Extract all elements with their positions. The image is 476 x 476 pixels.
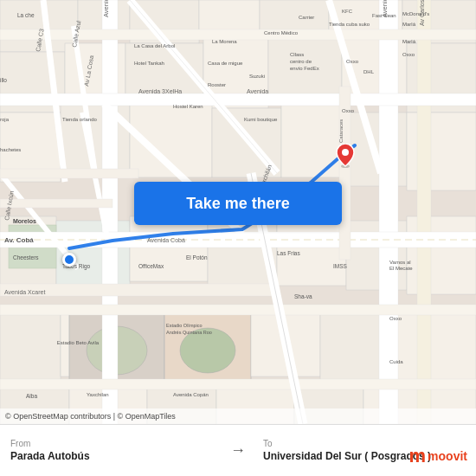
svg-text:Yaxchilan: Yaxchilan bbox=[87, 392, 109, 397]
svg-text:Avenida Xcaret: Avenida Xcaret bbox=[4, 289, 45, 295]
copyright-bar: © OpenStreetMap contributors | © OpenMap… bbox=[0, 408, 476, 424]
destination-pin bbox=[336, 144, 355, 168]
svg-text:Cataraces: Cataraces bbox=[338, 119, 344, 143]
svg-text:Hotel Tankah: Hotel Tankah bbox=[134, 61, 164, 66]
svg-text:Casa de migue: Casa de migue bbox=[208, 61, 243, 66]
from-label: From bbox=[10, 439, 213, 448]
svg-text:Alba: Alba bbox=[26, 393, 37, 399]
svg-text:Oxxo: Oxxo bbox=[389, 316, 402, 321]
svg-text:Rooster: Rooster bbox=[208, 82, 226, 87]
from-name: Parada Autobús bbox=[10, 450, 213, 462]
svg-text:KFC: KFC bbox=[342, 9, 353, 14]
svg-text:Carrier: Carrier bbox=[299, 15, 314, 20]
svg-rect-25 bbox=[130, 216, 208, 281]
svg-rect-54 bbox=[0, 379, 476, 389]
svg-text:Oxxo: Oxxo bbox=[346, 59, 359, 64]
svg-rect-30 bbox=[0, 312, 61, 381]
svg-text:Estadio Beto Avila: Estadio Beto Avila bbox=[57, 340, 100, 345]
svg-text:La Morena: La Morena bbox=[212, 39, 237, 44]
moovit-text: moovit bbox=[428, 449, 467, 463]
svg-text:roja: roja bbox=[0, 117, 10, 122]
svg-text:Tienda cuba suko: Tienda cuba suko bbox=[329, 22, 370, 27]
svg-text:OfficeMax: OfficeMax bbox=[138, 263, 164, 269]
svg-rect-53 bbox=[0, 305, 476, 315]
svg-text:Centro Médico: Centro Médico bbox=[264, 30, 299, 35]
copyright-text: © OpenStreetMap contributors | © OpenMap… bbox=[5, 412, 176, 421]
svg-text:Morelos: Morelos bbox=[13, 218, 36, 224]
svg-rect-37 bbox=[320, 312, 385, 381]
svg-point-129 bbox=[342, 149, 349, 156]
svg-text:envío FedEx: envío FedEx bbox=[290, 66, 319, 71]
svg-text:Kumi boutique: Kumi boutique bbox=[244, 117, 278, 122]
svg-text:Cuida: Cuida bbox=[389, 359, 403, 364]
svg-text:El Mecate: El Mecate bbox=[389, 266, 413, 271]
svg-text:Marlá: Marlá bbox=[402, 39, 416, 44]
svg-text:Cheesters: Cheesters bbox=[13, 254, 39, 261]
arrow-icon: → bbox=[230, 441, 246, 460]
svg-rect-65 bbox=[0, 169, 138, 178]
svg-text:Tienda orlando: Tienda orlando bbox=[62, 117, 97, 122]
svg-text:Avenida Palenque: Avenida Palenque bbox=[102, 0, 110, 17]
svg-text:La che: La che bbox=[17, 12, 35, 18]
moovit-logo: m moovit bbox=[409, 445, 467, 467]
svg-text:Suzuki: Suzuki bbox=[249, 74, 265, 79]
from-section: From Parada Autobús bbox=[0, 432, 223, 469]
svg-text:Estadio Olímpico: Estadio Olímpico bbox=[166, 323, 203, 328]
svg-text:Andrés Quintana Roo: Andrés Quintana Roo bbox=[166, 330, 212, 335]
svg-text:Avenida Cobá: Avenida Cobá bbox=[147, 237, 185, 243]
bottom-navigation-bar: From Parada Autobús → To Universidad Del… bbox=[0, 424, 476, 476]
origin-dot bbox=[62, 253, 76, 267]
svg-rect-47 bbox=[417, 0, 431, 424]
svg-text:Cllass: Cllass bbox=[290, 52, 304, 57]
svg-text:Oxxo: Oxxo bbox=[402, 52, 415, 57]
svg-text:Vamos al: Vamos al bbox=[389, 260, 411, 265]
svg-text:El Potón: El Potón bbox=[186, 254, 208, 261]
svg-text:hachetes: hachetes bbox=[0, 147, 21, 152]
svg-rect-66 bbox=[0, 199, 113, 208]
svg-text:Sha-va: Sha-va bbox=[294, 293, 312, 299]
take-me-there-button[interactable]: Take me there bbox=[134, 182, 342, 225]
svg-text:Oxxo: Oxxo bbox=[342, 108, 355, 113]
svg-text:DHL: DHL bbox=[363, 69, 375, 74]
map-container: Calle C3 Calle Azul Av La Cosa Calle Ixc… bbox=[0, 0, 476, 424]
svg-text:Avenida: Avenida bbox=[247, 88, 268, 94]
arrow-section: → bbox=[223, 441, 253, 460]
svg-text:McDonald's: McDonald's bbox=[402, 11, 429, 16]
svg-text:Hostel Karen: Hostel Karen bbox=[173, 104, 203, 109]
svg-text:La Casa del Arbol: La Casa del Arbol bbox=[134, 43, 175, 48]
svg-text:Fast clean: Fast clean bbox=[372, 13, 396, 18]
svg-text:Avenida Copán: Avenida Copán bbox=[173, 392, 209, 397]
svg-text:Avenida 3XelHa: Avenida 3XelHa bbox=[138, 88, 182, 94]
svg-text:Marlá: Marlá bbox=[402, 22, 416, 27]
svg-text:Av. Cobá: Av. Cobá bbox=[4, 236, 34, 244]
svg-text:IMSS: IMSS bbox=[333, 263, 348, 269]
moovit-m: m bbox=[409, 445, 427, 467]
svg-text:Las Frias: Las Frias bbox=[277, 250, 300, 256]
svg-rect-49 bbox=[0, 93, 476, 106]
svg-text:illo: illo bbox=[0, 77, 7, 83]
svg-text:centro de: centro de bbox=[290, 59, 312, 64]
